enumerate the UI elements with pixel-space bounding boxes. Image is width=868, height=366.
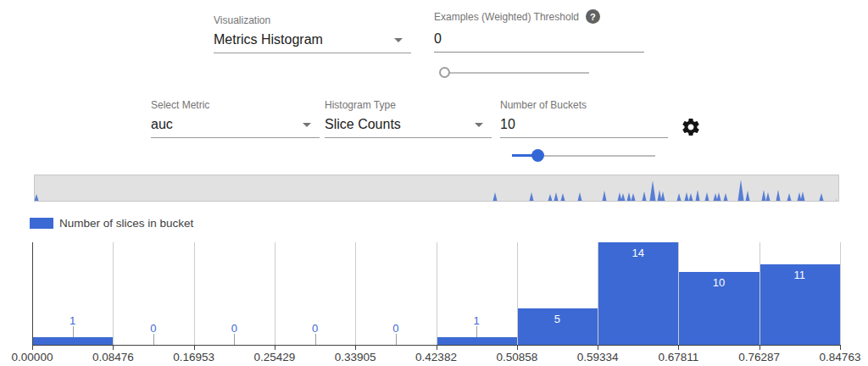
x-tick-label: 0.42382 (398, 351, 475, 363)
gridline (113, 242, 114, 345)
bar-value-label: 1 (442, 314, 510, 327)
x-tick-label: 0.25429 (236, 351, 313, 363)
bar-value-label: 0 (281, 322, 349, 335)
bar-label-leader-line (396, 334, 397, 345)
histogram-plot: 10000151410110.000000.084760.169530.2542… (0, 0, 868, 366)
bar-value-label: 0 (200, 322, 268, 335)
x-tick-label: 0.50858 (479, 351, 555, 363)
y-axis-line (32, 242, 33, 345)
gridline (678, 242, 679, 345)
bar-label-leader-line (315, 334, 316, 345)
gridline (598, 242, 598, 345)
x-tick-label: 0.16953 (156, 351, 232, 363)
metrics-histogram-panel: Visualization Metrics Histogram Examples… (0, 0, 868, 366)
x-tick-label: 0.08476 (75, 351, 151, 363)
bar-label-leader-line (476, 326, 477, 337)
x-tick-label: 0.76287 (721, 351, 798, 363)
x-tick-label: 0.33905 (317, 351, 393, 363)
gridline (760, 242, 760, 345)
bar-value-label: 0 (362, 322, 430, 335)
bar-label-leader-line (153, 334, 154, 345)
x-axis-line (32, 345, 841, 346)
bar-value-label: 14 (604, 247, 672, 259)
bar-label-leader-line (73, 326, 74, 337)
x-tick-label: 0.59334 (559, 351, 636, 363)
histogram-bar (437, 337, 517, 345)
gridline (275, 242, 275, 345)
x-tick-label: 0.84763 (802, 351, 868, 363)
x-tick-label: 0.67811 (640, 351, 716, 363)
gridline (437, 242, 437, 345)
bar-value-label: 5 (523, 313, 591, 325)
bar-value-label: 0 (120, 322, 187, 335)
bar-value-label: 1 (39, 314, 107, 327)
gridline (194, 242, 195, 345)
bar-value-label: 10 (685, 276, 753, 289)
histogram-bar (32, 337, 113, 345)
x-tick-label: 0.00000 (0, 351, 70, 363)
gridline (355, 242, 356, 345)
gridline (517, 242, 518, 345)
bar-value-label: 11 (765, 269, 833, 281)
gridline (840, 242, 841, 345)
bar-label-leader-line (234, 334, 235, 345)
